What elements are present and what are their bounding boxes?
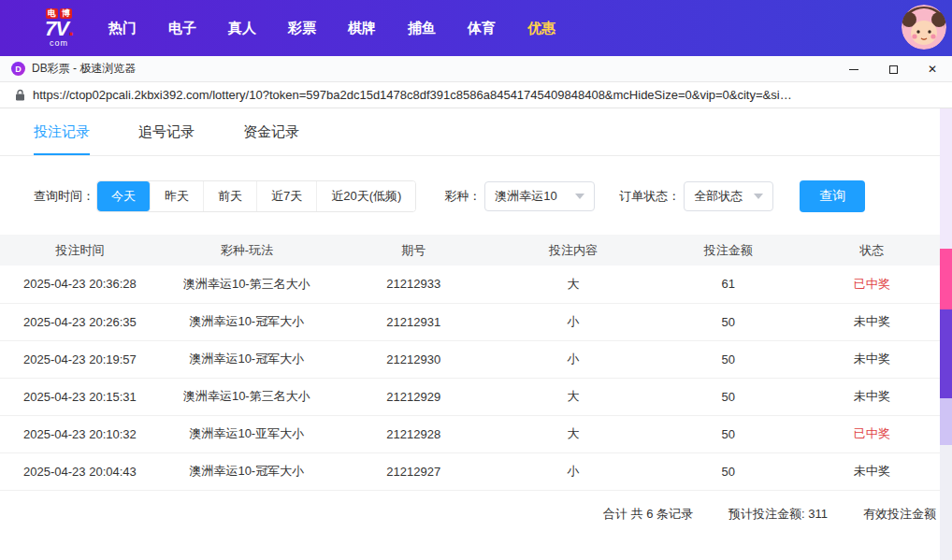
search-button[interactable]: 查询 <box>800 180 865 212</box>
table-row: 2025-04-23 20:26:35澳洲幸运10-冠军大小21212931小5… <box>0 303 940 340</box>
cell-time: 2025-04-23 20:04:43 <box>0 452 160 490</box>
cell-time: 2025-04-23 20:10:32 <box>0 415 160 452</box>
table-row: 2025-04-23 20:04:43澳洲幸运10-冠军大小21212927小5… <box>0 452 940 490</box>
lock-icon <box>15 89 25 101</box>
brand-logo-text: 7V. <box>45 19 73 39</box>
nav-item[interactable]: 棋牌 <box>348 20 376 37</box>
cell-amount: 61 <box>653 266 803 303</box>
user-avatar[interactable] <box>902 5 946 50</box>
close-button[interactable]: ✕ <box>913 56 952 82</box>
cell-issue: 21212931 <box>334 303 494 340</box>
lottery-select-value: 澳洲幸运10 <box>495 188 556 205</box>
table-body: 2025-04-23 20:36:28澳洲幸运10-第三名大小21212933大… <box>0 266 940 490</box>
cell-status: 已中奖 <box>803 415 940 452</box>
lottery-select[interactable]: 澳洲幸运10 <box>484 181 595 211</box>
cell-content: 小 <box>494 452 654 490</box>
cell-content: 大 <box>494 415 654 452</box>
time-filter-label: 查询时间： <box>34 188 94 205</box>
url-text[interactable]: https://ctop02pcali.2kbxi392.com/lottery… <box>33 88 949 102</box>
maximize-button[interactable] <box>873 56 913 82</box>
chevron-down-icon <box>575 194 584 199</box>
time-filter-option[interactable]: 近7天 <box>257 181 317 211</box>
cell-issue: 21212927 <box>334 452 494 490</box>
lottery-filter-label: 彩种： <box>444 188 481 205</box>
table-row: 2025-04-23 20:19:57澳洲幸运10-冠军大小21212930小5… <box>0 340 940 378</box>
time-filter-option[interactable]: 今天 <box>97 181 151 211</box>
column-header: 状态 <box>803 235 940 266</box>
bet-records-table: 投注时间彩种-玩法期号投注内容投注金额状态 2025-04-23 20:36:2… <box>0 235 940 491</box>
summary-valid: 有效投注金额 <box>863 506 936 523</box>
filter-bar: 查询时间： 今天昨天前天近7天近20天(低频) 彩种： 澳洲幸运10 订单状态：… <box>34 180 940 212</box>
cell-play: 澳洲幸运10-冠军大小 <box>160 340 334 378</box>
cell-amount: 50 <box>653 415 803 452</box>
minimize-icon <box>849 69 858 70</box>
cell-content: 大 <box>494 266 654 303</box>
nav-item[interactable]: 彩票 <box>288 20 316 37</box>
tab[interactable]: 资金记录 <box>243 123 299 155</box>
summary-total: 合计 共 6 条记录 <box>603 506 693 523</box>
cell-play: 澳洲幸运10-冠军大小 <box>160 303 334 340</box>
summary-expected: 预计投注金额: 311 <box>728 506 828 523</box>
order-status-select[interactable]: 全部状态 <box>684 181 773 211</box>
time-filter-option[interactable]: 近20天(低频) <box>317 181 415 211</box>
page-edge-strip <box>940 108 952 560</box>
cell-play: 澳洲幸运10-亚军大小 <box>160 415 334 452</box>
tab[interactable]: 追号记录 <box>138 123 195 155</box>
cell-amount: 50 <box>653 303 803 340</box>
screen: 电 博 7V. com 热门电子真人彩票棋牌捕鱼体育优惠 D D <box>0 0 952 560</box>
cell-issue: 21212929 <box>334 378 494 415</box>
cell-play: 澳洲幸运10-第三名大小 <box>160 266 334 303</box>
nav-item[interactable]: 热门 <box>108 20 137 37</box>
cell-issue: 21212930 <box>334 340 494 378</box>
nav-menu: 热门电子真人彩票棋牌捕鱼体育优惠 <box>108 20 555 37</box>
cell-content: 大 <box>494 378 654 415</box>
page-content: 投注记录追号记录资金记录 查询时间： 今天昨天前天近7天近20天(低频) 彩种：… <box>0 108 940 560</box>
nav-item[interactable]: 真人 <box>228 20 256 37</box>
brand-logo-sub: com <box>50 39 68 48</box>
table-row: 2025-04-23 20:15:31澳洲幸运10-第三名大小21212929大… <box>0 378 940 415</box>
column-header: 投注时间 <box>0 235 160 266</box>
cell-time: 2025-04-23 20:15:31 <box>0 378 160 415</box>
cell-status: 未中奖 <box>803 340 940 378</box>
column-header: 彩种-玩法 <box>160 235 334 266</box>
cell-amount: 50 <box>653 378 803 415</box>
table-row: 2025-04-23 20:36:28澳洲幸运10-第三名大小21212933大… <box>0 266 940 303</box>
cell-amount: 50 <box>653 340 803 378</box>
cell-content: 小 <box>494 340 654 378</box>
cell-time: 2025-04-23 20:36:28 <box>0 266 160 303</box>
avatar-girl-icon <box>902 5 946 50</box>
table-row: 2025-04-23 20:10:32澳洲幸运10-亚军大小21212928大5… <box>0 415 940 452</box>
cell-time: 2025-04-23 20:19:57 <box>0 340 160 378</box>
cell-issue: 21212928 <box>334 415 494 452</box>
nav-item[interactable]: 捕鱼 <box>408 20 436 37</box>
nav-item[interactable]: 电子 <box>168 20 196 37</box>
maximize-icon <box>889 65 898 74</box>
chevron-down-icon <box>754 194 763 199</box>
summary-bar: 合计 共 6 条记录 预计投注金额: 311 有效投注金额 <box>0 491 940 523</box>
nav-item[interactable]: 体育 <box>468 20 496 37</box>
table-header-row: 投注时间彩种-玩法期号投注内容投注金额状态 <box>0 235 940 266</box>
record-tabs: 投注记录追号记录资金记录 <box>0 108 940 156</box>
browser-addressbar: https://ctop02pcali.2kbxi392.com/lottery… <box>0 82 952 108</box>
nav-item[interactable]: 优惠 <box>527 20 555 37</box>
cell-play: 澳洲幸运10-冠军大小 <box>160 452 334 490</box>
cell-status: 未中奖 <box>803 378 940 415</box>
order-status-value: 全部状态 <box>694 188 743 205</box>
column-header: 投注金额 <box>653 235 803 266</box>
time-filter-option[interactable]: 昨天 <box>151 181 204 211</box>
browser-titlebar: D DB彩票 - 极速浏览器 ✕ <box>0 56 952 82</box>
top-navbar: 电 博 7V. com 热门电子真人彩票棋牌捕鱼体育优惠 <box>0 0 952 56</box>
minimize-button[interactable] <box>834 56 873 82</box>
window-controls: ✕ <box>834 56 952 82</box>
cell-time: 2025-04-23 20:26:35 <box>0 303 160 340</box>
window-title: DB彩票 - 极速浏览器 <box>32 61 136 77</box>
time-filter-option[interactable]: 前天 <box>204 181 257 211</box>
tab[interactable]: 投注记录 <box>34 123 90 155</box>
column-header: 期号 <box>334 235 494 266</box>
cell-issue: 21212933 <box>334 266 494 303</box>
site-favicon: D <box>11 62 25 76</box>
brand-logo[interactable]: 电 博 7V. com <box>45 8 73 48</box>
cell-status: 未中奖 <box>803 452 940 490</box>
cell-status: 未中奖 <box>803 303 940 340</box>
status-filter-label: 订单状态： <box>619 188 680 205</box>
